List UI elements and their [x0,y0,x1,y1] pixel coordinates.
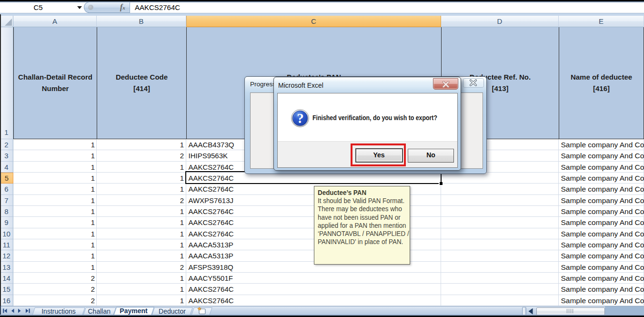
svg-text:?: ? [297,110,304,125]
